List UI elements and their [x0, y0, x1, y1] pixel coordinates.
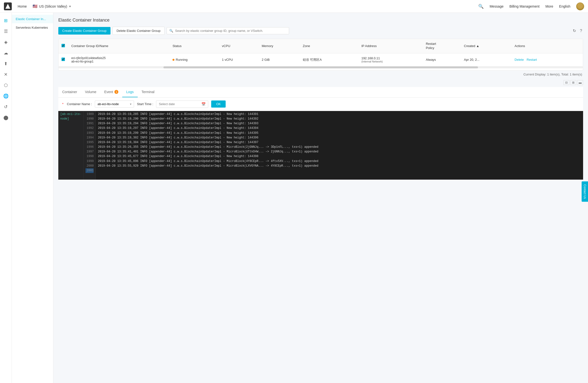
- delete-container-group-button[interactable]: Delete Elastic Container Group: [112, 27, 165, 35]
- sidebar-item-serverless-kubernetes[interactable]: Serverless Kubernetes: [12, 23, 53, 32]
- top-navigation: Home 🇺🇸 US (Silicon Valley) ▼ 🔍 Message …: [0, 0, 588, 13]
- col-header-status: Status: [169, 39, 219, 53]
- row-checkbox[interactable]: [62, 58, 65, 61]
- col-header-created: Created ▲: [461, 39, 512, 53]
- log-line: 2019-04-20 13:35:19,285 INFO [appender-4…: [98, 112, 581, 117]
- log-line: 2019-04-20 13:35:55,929 INFO [appender-4…: [98, 164, 581, 168]
- log-line-numbers: 1989 1990 1991 1992 1993 1994 1995 1996 …: [84, 111, 96, 180]
- main-content: Elastic Container Instance Create Elasti…: [53, 13, 588, 383]
- search-icon: 🔍: [169, 29, 173, 33]
- cell-restart-policy: Always: [423, 53, 461, 66]
- tab-event[interactable]: Event 1: [100, 87, 122, 97]
- sidebar-icon-cross[interactable]: ✕: [1, 70, 11, 79]
- tab-logs[interactable]: Logs: [122, 87, 137, 97]
- col-header-actions: Actions: [512, 39, 583, 53]
- log-line: 2019-04-20 13:35:26,355 INFO [appender-4…: [98, 145, 581, 149]
- log-line: 2019-04-20 13:35:19,302 INFO [appender-4…: [98, 135, 581, 140]
- log-line: 2019-04-20 13:35:19,297 INFO [appender-4…: [98, 126, 581, 131]
- col-header-ip: IP Address: [358, 39, 423, 53]
- elastic-container-label: Elastic Container In...: [16, 17, 46, 21]
- sidebar-icon-cloud[interactable]: ☁: [1, 48, 11, 58]
- page-title: Elastic Container Instance: [58, 18, 583, 23]
- logo-button[interactable]: [4, 2, 12, 10]
- col-header-restart: RestartPolicy: [423, 39, 461, 53]
- table-row: eci-rj9c0ys91s4dew6sis25 ab-eci-lto-grou…: [59, 53, 583, 66]
- log-line: 2019-04-20 13:35:19,304 INFO [appender-4…: [98, 140, 581, 145]
- status-dot-icon: [172, 59, 174, 61]
- search-icon[interactable]: 🔍: [478, 4, 484, 9]
- help-button[interactable]: ?: [579, 28, 583, 34]
- sidebar-icon-upload[interactable]: ⬆: [1, 59, 11, 69]
- col-header-vcpu: vCPU: [219, 39, 259, 53]
- tab-container[interactable]: Container: [58, 87, 81, 97]
- cell-vcpu: 1 vCPU: [219, 53, 259, 66]
- start-time-input[interactable]: [159, 102, 200, 106]
- region-selector[interactable]: 🇺🇸 US (Silicon Valley) ▼: [33, 4, 71, 9]
- sidebar: ⊞ ☰ ◈ ☁ ⬆ ✕ ⬡ 🌐 ↺ ⬤: [0, 13, 12, 383]
- flag-icon: 🇺🇸: [33, 4, 38, 9]
- refresh-button[interactable]: ↻: [572, 27, 577, 34]
- billing-link[interactable]: Billing Management: [509, 4, 540, 8]
- delete-action-link[interactable]: Delete: [514, 58, 524, 62]
- select-all-checkbox[interactable]: [62, 44, 65, 47]
- tab-volume-label: Volume: [85, 90, 97, 94]
- sidebar-icon-list[interactable]: ☰: [1, 26, 11, 36]
- status-text: Running: [176, 58, 188, 62]
- search-input[interactable]: [175, 29, 286, 33]
- tab-volume[interactable]: Volume: [81, 87, 101, 97]
- cell-actions: Delete Restart: [512, 53, 583, 66]
- contact-us-button[interactable]: Contact Us: [582, 181, 588, 202]
- log-controls: * Container Name : ab-eci-lto-node ▼ Sta…: [58, 98, 583, 111]
- search-box: 🔍: [167, 27, 289, 34]
- cell-created: Apr 20, 2...: [461, 53, 512, 66]
- log-line: 2019-04-20 13:35:41,401 INFO [appender-4…: [98, 149, 581, 154]
- log-line: 2019-04-20 13:35:45,896 INFO [appender-4…: [98, 159, 581, 164]
- container-name-label: Container Name :: [67, 102, 92, 106]
- sidebar-icon-diamond[interactable]: ◈: [1, 37, 11, 47]
- col-header-zone: Zone: [300, 39, 358, 53]
- log-line: 2019-04-20 13:35:19,294 INFO [appender-4…: [98, 121, 581, 126]
- start-time-label: Start Time :: [137, 102, 153, 106]
- tab-logs-label: Logs: [126, 90, 133, 94]
- tab-terminal[interactable]: Terminal: [138, 87, 159, 97]
- panel-full-button[interactable]: ▬: [577, 80, 583, 85]
- ok-button[interactable]: OK: [211, 101, 226, 107]
- region-label: US (Silicon Valley): [39, 4, 67, 8]
- home-link[interactable]: Home: [18, 4, 27, 8]
- required-star: *: [62, 102, 63, 106]
- toolbar: Create Elastic Container Group Delete El…: [58, 27, 583, 35]
- container-name-select[interactable]: ab-eci-lto-node: [95, 101, 134, 107]
- left-panel: Elastic Container In... Serverless Kuber…: [12, 13, 53, 383]
- log-node-link[interactable]: [ab-eci-lto-node]: [60, 112, 81, 179]
- panel-split-button[interactable]: ⊟: [564, 80, 569, 85]
- horizontal-scrollbar[interactable]: [59, 66, 583, 68]
- sidebar-icon-grid[interactable]: ⊞: [1, 16, 11, 25]
- container-name-select-wrap: ab-eci-lto-node ▼: [95, 101, 134, 107]
- sidebar-item-elastic-container[interactable]: Elastic Container In...: [12, 15, 53, 23]
- log-line: 2019-04-20 13:35:45,677 INFO [appender-4…: [98, 154, 581, 159]
- display-info: Current Display: 1 item(s), Total: 1 ite…: [58, 73, 583, 76]
- start-time-input-wrap: 📅: [156, 101, 208, 108]
- calendar-icon[interactable]: 📅: [201, 102, 206, 106]
- log-viewer[interactable]: [ab-eci-lto-node] 1989 1990 1991 1992 19…: [58, 111, 583, 180]
- sidebar-icon-refresh[interactable]: ↺: [1, 102, 11, 112]
- serverless-kubernetes-label: Serverless Kubernetes: [16, 26, 48, 29]
- restart-action-link[interactable]: Restart: [527, 58, 537, 62]
- panel-layout-button[interactable]: ⊞: [570, 80, 576, 85]
- more-link[interactable]: More: [545, 4, 553, 8]
- language-selector[interactable]: English: [559, 4, 570, 8]
- cell-ip: 192.168.0.11 (Internal Network): [358, 53, 423, 66]
- log-lines: 2019-04-20 13:35:19,285 INFO [appender-4…: [96, 111, 583, 180]
- sidebar-icon-hex[interactable]: ⬡: [1, 80, 11, 90]
- avatar[interactable]: [576, 2, 584, 10]
- sidebar-icon-circle[interactable]: ⬤: [1, 113, 11, 123]
- event-badge: 1: [114, 90, 118, 94]
- sidebar-icon-globe[interactable]: 🌐: [1, 91, 11, 101]
- cell-zone: 硅谷 可用区A: [300, 53, 358, 66]
- message-link[interactable]: Message: [489, 4, 504, 8]
- bottom-tabs: Container Volume Event 1 Logs Terminal: [58, 87, 583, 98]
- create-container-group-button[interactable]: Create Elastic Container Group: [58, 27, 110, 35]
- chevron-down-icon: ▼: [69, 5, 71, 8]
- tab-terminal-label: Terminal: [142, 90, 155, 94]
- tab-event-label: Event: [104, 90, 113, 94]
